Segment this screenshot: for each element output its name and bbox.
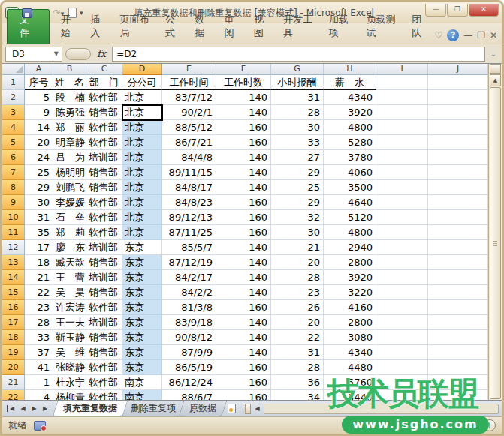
sheet-tab-2[interactable]: 原数据 bbox=[179, 401, 228, 416]
cell-F1[interactable]: 工作时数 bbox=[216, 75, 271, 90]
cell-D15[interactable]: 东京 bbox=[122, 285, 162, 300]
row-header-7[interactable]: 7 bbox=[2, 165, 25, 180]
cell-B19[interactable]: 吴 维 bbox=[53, 345, 86, 360]
name-box-dropdown-icon[interactable]: ▼ bbox=[54, 50, 62, 57]
cell-B16[interactable]: 许宏涛 bbox=[53, 300, 86, 315]
cell-D17[interactable]: 东京 bbox=[122, 315, 162, 330]
cell-D11[interactable]: 北京 bbox=[122, 225, 162, 240]
row-header-21[interactable]: 21 bbox=[2, 375, 25, 390]
cell-C8[interactable]: 销售部 bbox=[86, 180, 122, 195]
cell-B22[interactable]: 杨柳青 bbox=[53, 390, 86, 400]
cell-G9[interactable]: 29 bbox=[271, 195, 324, 210]
cell-F8[interactable]: 140 bbox=[216, 180, 271, 195]
cell-D4[interactable]: 北京 bbox=[122, 120, 162, 135]
cell-B4[interactable]: 郑 丽 bbox=[53, 120, 86, 135]
cell-G10[interactable]: 32 bbox=[271, 210, 324, 225]
cell-J4[interactable] bbox=[428, 120, 488, 135]
cell-H12[interactable]: 2940 bbox=[324, 240, 376, 255]
cell-I16[interactable] bbox=[376, 300, 428, 315]
cell-A5[interactable]: 20 bbox=[25, 135, 53, 150]
cell-C7[interactable]: 销售部 bbox=[86, 165, 122, 180]
insert-function-icon[interactable]: fx bbox=[94, 48, 109, 59]
cell-B9[interactable]: 李媛媛 bbox=[53, 195, 86, 210]
cell-E19[interactable]: 87/9/9 bbox=[162, 345, 216, 360]
select-all-corner[interactable] bbox=[2, 64, 25, 75]
sheet-tab-0[interactable]: 填充重复数据 bbox=[53, 401, 128, 416]
scroll-left-icon[interactable]: ◀ bbox=[252, 405, 262, 412]
cell-E21[interactable]: 86/12/24 bbox=[162, 375, 216, 390]
cell-E13[interactable]: 87/12/19 bbox=[162, 255, 216, 270]
cell-J19[interactable] bbox=[428, 345, 488, 360]
workbook-restore-icon[interactable]: ❐ bbox=[477, 30, 485, 41]
cell-A19[interactable]: 37 bbox=[25, 345, 53, 360]
cell-F20[interactable]: 160 bbox=[216, 360, 271, 375]
cell-B20[interactable]: 张晓静 bbox=[53, 360, 86, 375]
cell-G1[interactable]: 小时报酬 bbox=[271, 75, 324, 90]
cell-B17[interactable]: 王一夫 bbox=[53, 315, 86, 330]
row-header-1[interactable]: 1 bbox=[2, 75, 25, 90]
cell-D16[interactable]: 东京 bbox=[122, 300, 162, 315]
cell-I10[interactable] bbox=[376, 210, 428, 225]
cell-I12[interactable] bbox=[376, 240, 428, 255]
cell-E22[interactable]: 88/6/7 bbox=[162, 390, 216, 400]
cell-B13[interactable]: 臧天歆 bbox=[53, 255, 86, 270]
cell-C15[interactable]: 销售部 bbox=[86, 285, 122, 300]
cell-C9[interactable]: 软件部 bbox=[86, 195, 122, 210]
tab-7[interactable]: 开发工具 bbox=[276, 10, 322, 44]
cell-D12[interactable]: 东京 bbox=[122, 240, 162, 255]
cell-A13[interactable]: 18 bbox=[25, 255, 53, 270]
cell-B7[interactable]: 杨明明 bbox=[53, 165, 86, 180]
cell-C10[interactable]: 软件部 bbox=[86, 210, 122, 225]
sheet-tab-1[interactable]: 删除重复项 bbox=[120, 401, 187, 416]
cell-F6[interactable]: 140 bbox=[216, 150, 271, 165]
cell-G7[interactable]: 29 bbox=[271, 165, 324, 180]
cell-H19[interactable]: 4340 bbox=[324, 345, 376, 360]
tab-splitter[interactable] bbox=[245, 404, 251, 414]
cell-F10[interactable]: 160 bbox=[216, 210, 271, 225]
cell-J6[interactable] bbox=[428, 150, 488, 165]
close-button[interactable]: ✕ bbox=[469, 4, 499, 17]
cell-G2[interactable]: 31 bbox=[271, 90, 324, 105]
cell-J16[interactable] bbox=[428, 300, 488, 315]
cell-D8[interactable]: 北京 bbox=[122, 180, 162, 195]
cell-E3[interactable]: 90/2/1 bbox=[162, 105, 216, 120]
cell-E14[interactable]: 84/2/17 bbox=[162, 270, 216, 285]
column-header-B[interactable]: B bbox=[53, 64, 86, 75]
cell-D22[interactable]: 南京 bbox=[122, 390, 162, 400]
cell-I3[interactable] bbox=[376, 105, 428, 120]
cell-D21[interactable]: 南京 bbox=[122, 375, 162, 390]
cell-B6[interactable]: 吕 为 bbox=[53, 150, 86, 165]
row-header-9[interactable]: 9 bbox=[2, 195, 25, 210]
cell-I7[interactable] bbox=[376, 165, 428, 180]
cell-A11[interactable]: 35 bbox=[25, 225, 53, 240]
cell-A3[interactable]: 9 bbox=[25, 105, 53, 120]
cell-F22[interactable]: 160 bbox=[216, 390, 271, 400]
cell-D1[interactable]: 分公司 bbox=[122, 75, 162, 90]
cell-D18[interactable]: 东京 bbox=[122, 330, 162, 345]
cell-J5[interactable] bbox=[428, 135, 488, 150]
cell-E15[interactable]: 84/2/2 bbox=[162, 285, 216, 300]
column-header-I[interactable]: I bbox=[376, 64, 428, 75]
column-header-D[interactable]: D bbox=[122, 64, 162, 75]
cell-F13[interactable]: 140 bbox=[216, 255, 271, 270]
cell-A9[interactable]: 30 bbox=[25, 195, 53, 210]
cell-C1[interactable]: 部 门 bbox=[86, 75, 122, 90]
cell-H14[interactable]: 3920 bbox=[324, 270, 376, 285]
cell-E11[interactable]: 87/11/25 bbox=[162, 225, 216, 240]
cell-B21[interactable]: 杜永宁 bbox=[53, 375, 86, 390]
cell-I8[interactable] bbox=[376, 180, 428, 195]
cell-G19[interactable]: 31 bbox=[271, 345, 324, 360]
cell-E4[interactable]: 88/5/12 bbox=[162, 120, 216, 135]
cell-B14[interactable]: 王 蕾 bbox=[53, 270, 86, 285]
column-header-C[interactable]: C bbox=[86, 64, 122, 75]
row-header-2[interactable]: 2 bbox=[2, 90, 25, 105]
cell-C5[interactable]: 软件部 bbox=[86, 135, 122, 150]
row-header-5[interactable]: 5 bbox=[2, 135, 25, 150]
first-sheet-icon[interactable]: ◀ bbox=[7, 405, 17, 412]
cell-F15[interactable]: 140 bbox=[216, 285, 271, 300]
cell-C17[interactable]: 培训部 bbox=[86, 315, 122, 330]
tab-1[interactable]: 插入 bbox=[83, 10, 113, 44]
cell-F3[interactable]: 140 bbox=[216, 105, 271, 120]
cell-J15[interactable] bbox=[428, 285, 488, 300]
cell-E16[interactable]: 81/3/8 bbox=[162, 300, 216, 315]
